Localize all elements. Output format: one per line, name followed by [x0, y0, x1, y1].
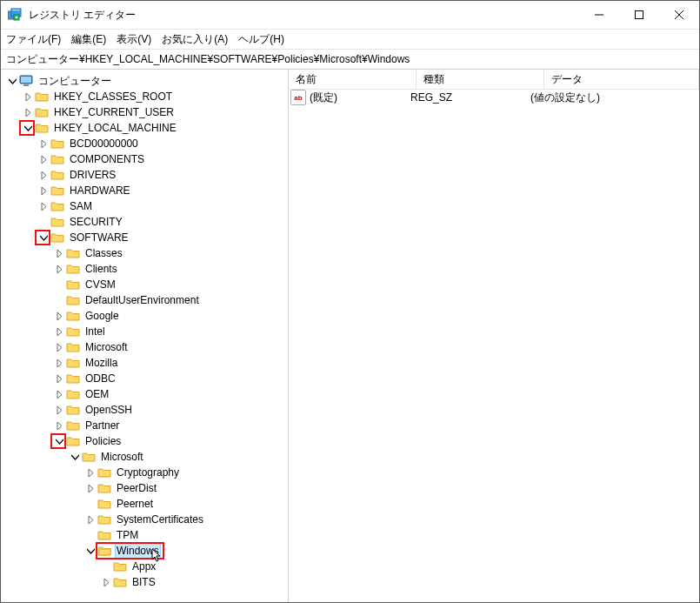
chevron-right-icon[interactable] — [53, 325, 65, 338]
chevron-right-icon[interactable] — [37, 184, 50, 197]
chevron-down-icon[interactable] — [84, 545, 97, 557]
chevron-right-icon[interactable] — [22, 90, 34, 103]
tree-label: Mozilla — [83, 355, 119, 371]
tree-item-components[interactable]: COMPONENTS — [1, 151, 288, 167]
tree-item-hklm[interactable]: HKEY_LOCAL_MACHINE — [1, 120, 288, 136]
list-pane[interactable]: 名前 種類 データ ab(既定)REG_SZ(値の設定なし) — [289, 70, 699, 602]
chevron-right-icon[interactable] — [37, 153, 50, 165]
chevron-down-icon[interactable] — [69, 451, 81, 463]
chevron-right-icon[interactable] — [53, 419, 65, 432]
tree-item-peernet[interactable]: Peernet — [1, 496, 288, 512]
tree-item-crypto[interactable]: Cryptography — [1, 465, 288, 480]
tree-label: Partner — [83, 418, 121, 433]
folder-icon — [66, 435, 80, 447]
tree-item-microsoft[interactable]: Microsoft — [1, 339, 288, 355]
chevron-right-icon[interactable] — [53, 263, 65, 275]
menubar: ファイル(F) 編集(E) 表示(V) お気に入り(A) ヘルプ(H) — [1, 30, 699, 50]
tree-item-root[interactable]: コンピューター — [1, 73, 288, 89]
chevron-down-icon[interactable] — [6, 75, 18, 87]
tree-item-google[interactable]: Google — [1, 308, 288, 324]
chevron-right-icon[interactable] — [53, 357, 65, 369]
tree-item-drivers[interactable]: DRIVERS — [1, 167, 288, 183]
folder-icon — [50, 137, 64, 150]
chevron-right-icon[interactable] — [53, 372, 65, 385]
tree-item-clients[interactable]: Clients — [1, 261, 288, 277]
chevron-right-icon[interactable] — [84, 513, 97, 526]
svg-rect-8 — [636, 11, 643, 19]
tree-item-intel[interactable]: Intel — [1, 324, 288, 339]
chevron-right-icon[interactable] — [84, 466, 97, 479]
tree-label: Appx — [130, 559, 157, 574]
tree-label: Microsoft — [83, 339, 130, 355]
tree-label: Intel — [83, 324, 107, 339]
address-bar[interactable]: コンピューター¥HKEY_LOCAL_MACHINE¥SOFTWARE¥Poli… — [1, 50, 699, 70]
chevron-right-icon[interactable] — [37, 169, 50, 181]
maximize-button[interactable] — [619, 1, 659, 29]
titlebar[interactable]: レジストリ エディター — [1, 1, 699, 30]
chevron-down-icon[interactable] — [37, 231, 50, 244]
chevron-right-icon[interactable] — [100, 576, 112, 588]
tree-item-mozilla[interactable]: Mozilla — [1, 355, 288, 371]
tree-item-syscert[interactable]: SystemCertificates — [1, 512, 288, 527]
chevron-right-icon[interactable] — [53, 404, 65, 416]
tree-item-bcd[interactable]: BCD00000000 — [1, 136, 288, 151]
folder-icon — [82, 451, 96, 463]
tree-label: SECURITY — [68, 214, 124, 230]
tree-label: BCD00000000 — [68, 136, 140, 151]
tree-item-ms2[interactable]: Microsoft — [1, 449, 288, 465]
tree-label: BITS — [130, 574, 157, 590]
folder-icon — [66, 388, 80, 400]
value-name: (既定) — [310, 90, 337, 105]
folder-icon — [113, 560, 127, 573]
folder-icon — [66, 278, 80, 291]
tree-item-openssh[interactable]: OpenSSH — [1, 402, 288, 418]
col-header-data[interactable]: データ — [544, 70, 699, 89]
col-header-type[interactable]: 種類 — [417, 70, 544, 89]
tree-item-policies[interactable]: Policies — [1, 433, 288, 449]
folder-icon — [35, 122, 49, 134]
chevron-right-icon[interactable] — [53, 247, 65, 259]
value-row[interactable]: ab(既定)REG_SZ(値の設定なし) — [289, 90, 699, 105]
tree-item-windows[interactable]: Windows — [1, 543, 288, 559]
chevron-right-icon[interactable] — [37, 200, 50, 212]
tree-item-cvsm[interactable]: CVSM — [1, 277, 288, 292]
tree-label: OpenSSH — [83, 402, 134, 418]
tree-item-bits[interactable]: BITS — [1, 574, 288, 590]
tree-label: Clients — [83, 261, 119, 277]
tree-item-security[interactable]: SECURITY — [1, 214, 288, 230]
folder-icon — [35, 106, 49, 118]
tree-item-due[interactable]: DefaultUserEnvironment — [1, 292, 288, 308]
tree-item-sam[interactable]: SAM — [1, 198, 288, 214]
tree-item-hardware[interactable]: HARDWARE — [1, 183, 288, 198]
tree-item-hkcr[interactable]: HKEY_CLASSES_ROOT — [1, 89, 288, 104]
col-header-name[interactable]: 名前 — [289, 70, 417, 89]
chevron-right-icon[interactable] — [53, 341, 65, 353]
tree-item-peerdist[interactable]: PeerDist — [1, 480, 288, 496]
chevron-right-icon[interactable] — [22, 106, 34, 118]
tree-pane[interactable]: コンピューターHKEY_CLASSES_ROOTHKEY_CURRENT_USE… — [1, 70, 289, 602]
chevron-down-icon[interactable] — [53, 435, 65, 447]
chevron-right-icon[interactable] — [84, 482, 97, 494]
tree-item-odbc[interactable]: ODBC — [1, 371, 288, 386]
chevron-down-icon[interactable] — [22, 122, 34, 134]
tree-item-software[interactable]: SOFTWARE — [1, 230, 288, 245]
menu-help[interactable]: ヘルプ(H) — [238, 32, 284, 47]
close-button[interactable] — [659, 1, 699, 29]
tree-label: PeerDist — [115, 480, 158, 496]
folder-icon — [66, 372, 80, 385]
chevron-right-icon[interactable] — [37, 137, 50, 150]
tree-item-partner[interactable]: Partner — [1, 418, 288, 433]
menu-file[interactable]: ファイル(F) — [6, 32, 61, 47]
menu-edit[interactable]: 編集(E) — [71, 32, 106, 47]
tree-item-oem[interactable]: OEM — [1, 386, 288, 402]
tree-item-appx[interactable]: Appx — [1, 559, 288, 574]
tree-item-classes[interactable]: Classes — [1, 245, 288, 261]
menu-view[interactable]: 表示(V) — [117, 32, 151, 47]
chevron-right-icon[interactable] — [53, 310, 65, 322]
menu-favorites[interactable]: お気に入り(A) — [162, 32, 228, 47]
tree-item-hkcu[interactable]: HKEY_CURRENT_USER — [1, 104, 288, 120]
tree-label: Classes — [83, 245, 124, 261]
minimize-button[interactable] — [579, 1, 619, 29]
tree-item-tpm[interactable]: TPM — [1, 527, 288, 543]
chevron-right-icon[interactable] — [53, 388, 65, 400]
